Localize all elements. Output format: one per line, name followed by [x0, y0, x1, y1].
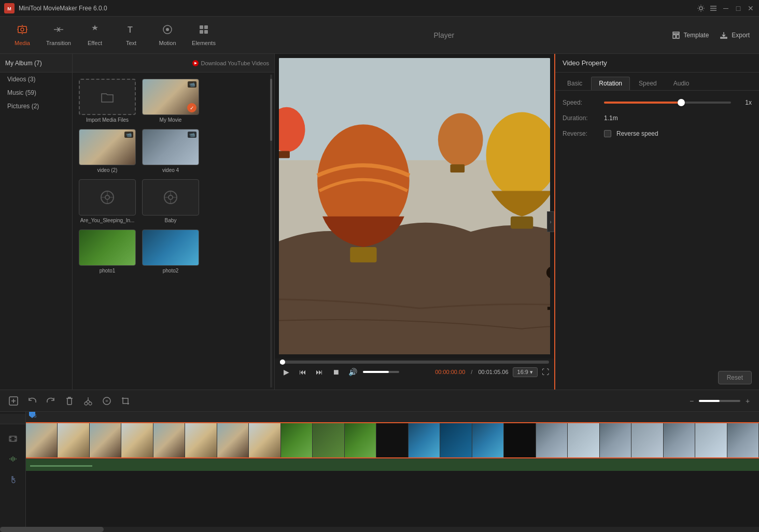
audio2-label: Baby: [142, 218, 199, 223]
app-title: MiniTool MovieMaker Free 6.0.0: [19, 5, 697, 12]
timeline-toolbar: − +: [0, 390, 759, 412]
reset-button[interactable]: Reset: [718, 371, 752, 384]
stop-button[interactable]: ⏹: [330, 366, 342, 378]
toolbar-item-text[interactable]: T Text: [113, 19, 149, 52]
video-frame-18: [568, 423, 599, 457]
video-track[interactable]: [26, 422, 759, 458]
timeline-area: − + 0s: [0, 390, 759, 532]
balloon-scene: [279, 58, 550, 354]
zoom-out-button[interactable]: −: [686, 396, 697, 406]
album-title: My Album (7): [5, 60, 42, 67]
youtube-icon: [192, 60, 199, 67]
reverse-label: Reverse:: [563, 130, 599, 137]
media-item-video4[interactable]: 📹 video 4: [142, 129, 199, 173]
timeline-scrollbar[interactable]: [0, 527, 759, 532]
progress-bar[interactable]: [280, 361, 549, 364]
delete-button[interactable]: [62, 394, 77, 408]
toolbar-item-motion[interactable]: Motion: [149, 19, 186, 52]
tab-basic[interactable]: Basic: [559, 77, 590, 90]
svg-rect-42: [15, 436, 17, 438]
prev-frame-button[interactable]: ⏮: [297, 366, 309, 378]
fullscreen-button[interactable]: ⛶: [542, 368, 549, 376]
template-button[interactable]: Template: [666, 27, 714, 43]
volume-slider[interactable]: [363, 371, 399, 373]
reverse-checkbox[interactable]: [604, 130, 611, 137]
video-frame-20: [631, 423, 663, 457]
svg-rect-10: [204, 25, 208, 29]
volume-button[interactable]: 🔊: [346, 366, 359, 378]
redo-button[interactable]: [44, 394, 58, 408]
export-icon: [719, 31, 728, 40]
tab-audio[interactable]: Audio: [666, 77, 697, 90]
toolbar-item-elements[interactable]: Elements: [186, 19, 222, 52]
undo-button[interactable]: [25, 394, 39, 408]
export-button[interactable]: Export: [714, 27, 755, 43]
play-button[interactable]: ▶: [280, 366, 292, 378]
crop-button[interactable]: [118, 394, 133, 408]
elements-icon: [198, 24, 209, 38]
tab-speed[interactable]: Speed: [631, 77, 665, 90]
video-frame-15: [472, 423, 504, 457]
category-pictures[interactable]: Pictures (2): [0, 99, 72, 113]
toolbar-item-transition[interactable]: Transition: [40, 19, 77, 52]
grid-section: Download YouTube Videos Import Media Fil…: [73, 54, 274, 390]
category-music[interactable]: Music (59): [0, 86, 72, 99]
svg-rect-44: [15, 439, 17, 441]
video-frame-7: [217, 423, 249, 457]
audio-waveform: ▬▬▬▬▬▬▬▬▬▬▬▬: [30, 462, 92, 468]
media-scrollbar[interactable]: [270, 75, 272, 387]
minimize-button[interactable]: ─: [722, 4, 730, 12]
music-icon-2: [162, 189, 179, 206]
toolbar-item-media[interactable]: Media: [4, 19, 40, 52]
audio-detach-button[interactable]: [100, 394, 114, 408]
maximize-button[interactable]: □: [734, 4, 742, 12]
svg-text:M: M: [7, 6, 11, 11]
import-label: Import Media Files: [79, 117, 136, 123]
video-frame-14: [440, 423, 472, 457]
settings-icon[interactable]: [697, 4, 705, 12]
media-item-import[interactable]: Import Media Files: [79, 79, 136, 123]
controls-row: ▶ ⏮ ⏭ ⏹ 🔊 00:00:00.00 / 00:01:05.06 16:9…: [280, 366, 549, 378]
speed-slider[interactable]: [604, 102, 731, 104]
aspect-ratio-button[interactable]: 16:9 ▾: [513, 367, 538, 377]
media-item-audio2[interactable]: Baby: [142, 179, 199, 223]
aspect-ratio-label: 16:9: [517, 369, 528, 375]
media-item-video2[interactable]: 📹 video (2): [79, 129, 136, 173]
timeline-scroll-thumb[interactable]: [0, 527, 104, 532]
menu-icon[interactable]: [709, 4, 718, 12]
time-separator: /: [469, 369, 474, 375]
svg-rect-28: [451, 164, 465, 172]
next-frame-button[interactable]: ⏭: [313, 366, 326, 378]
tab-rotation[interactable]: Rotation: [591, 77, 630, 90]
svg-point-2: [699, 7, 702, 10]
category-videos[interactable]: Videos (3): [0, 73, 72, 86]
left-section: My Album (7) Videos (3) Music (59) Pictu…: [0, 54, 275, 390]
time-total: 00:01:05.06: [478, 369, 508, 375]
video-frame-23: [727, 423, 759, 457]
media-item-pic2[interactable]: photo2: [142, 229, 199, 274]
media-grid: Import Media Files 📹 ✓ My Movie 📹: [73, 73, 268, 390]
media-item-audio1[interactable]: Are_You_Sleeping_In...: [79, 179, 136, 223]
add-media-button[interactable]: [6, 394, 21, 408]
svg-rect-9: [200, 25, 203, 29]
music-track: [26, 471, 759, 499]
svg-rect-41: [9, 436, 11, 438]
zoom-in-button[interactable]: +: [742, 396, 753, 406]
close-button[interactable]: ✕: [747, 4, 755, 12]
media-icon: [17, 24, 28, 38]
speed-slider-dot[interactable]: [678, 99, 685, 106]
download-youtube[interactable]: Download YouTube Videos: [192, 60, 270, 67]
title-bar: M MiniTool MovieMaker Free 6.0.0 ─ □ ✕: [0, 0, 759, 17]
mymovie-label: My Movie: [142, 117, 199, 123]
cut-button[interactable]: [81, 394, 95, 408]
media-item-pic1[interactable]: photo1: [79, 229, 136, 274]
toolbar-item-effect[interactable]: Effect: [77, 19, 113, 52]
zoom-slider[interactable]: [699, 400, 740, 402]
collapse-panel-button[interactable]: ›: [547, 211, 554, 232]
progress-dot[interactable]: [280, 360, 285, 365]
effect-icon: [89, 24, 101, 38]
media-item-mymovie[interactable]: 📹 ✓ My Movie: [142, 79, 199, 123]
media-label: Media: [15, 40, 30, 46]
pic2-label: photo2: [142, 268, 199, 274]
svg-rect-11: [200, 30, 203, 34]
